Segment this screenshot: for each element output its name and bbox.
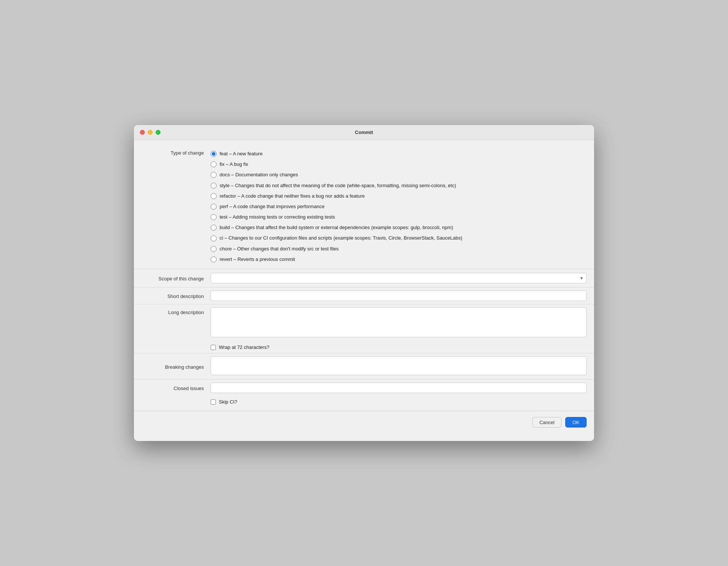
- radio-perf-label: perf – A code change that improves perfo…: [220, 203, 324, 210]
- radio-perf[interactable]: perf – A code change that improves perfo…: [211, 202, 587, 212]
- radio-fix-label: fix – A bug fix: [220, 161, 248, 168]
- closed-issues-control: [211, 383, 587, 393]
- scope-select-wrapper: ▼: [211, 273, 587, 283]
- radio-revert[interactable]: revert – Reverts a previous commit: [211, 255, 587, 264]
- radio-build-label: build – Changes that affect the build sy…: [220, 224, 453, 231]
- short-description-row: Short description: [134, 287, 594, 304]
- radio-test[interactable]: test – Adding missing tests or correctin…: [211, 212, 587, 222]
- short-description-input[interactable]: [211, 290, 587, 301]
- radio-ci-label: ci – Changes to our CI configuration fil…: [220, 235, 462, 241]
- cancel-button[interactable]: Cancel: [532, 417, 562, 427]
- radio-style-label: style – Changes that do not affect the m…: [220, 182, 456, 189]
- radio-build[interactable]: build – Changes that affect the build sy…: [211, 223, 587, 232]
- short-description-control: [211, 290, 587, 301]
- radio-fix-input[interactable]: [211, 161, 217, 167]
- long-description-textarea[interactable]: [211, 307, 587, 337]
- skip-ci-row: Skip CI?: [134, 396, 594, 408]
- skip-ci-label: Skip CI?: [219, 399, 237, 405]
- radio-feat-label: feat – A new feature: [220, 150, 263, 157]
- closed-issues-row: Closed issues: [134, 379, 594, 396]
- dialog-content: Type of change feat – A new feature fix …: [134, 140, 594, 441]
- breaking-changes-textarea[interactable]: [211, 356, 587, 375]
- radio-style[interactable]: style – Changes that do not affect the m…: [211, 181, 587, 191]
- radio-revert-label: revert – Reverts a previous commit: [220, 256, 295, 263]
- skip-ci-checkbox-label[interactable]: Skip CI?: [211, 399, 237, 405]
- radio-build-input[interactable]: [211, 225, 217, 231]
- long-description-control: [211, 307, 587, 338]
- radio-feat-input[interactable]: [211, 151, 217, 157]
- button-row: Cancel OK: [134, 411, 594, 433]
- commit-dialog: Commit Type of change feat – A new featu…: [134, 125, 594, 441]
- breaking-changes-row: Breaking changes: [134, 353, 594, 379]
- scope-label: Scope of this change: [141, 275, 211, 282]
- titlebar: Commit: [134, 125, 594, 140]
- breaking-changes-label: Breaking changes: [141, 363, 211, 370]
- radio-ci-input[interactable]: [211, 235, 217, 241]
- radio-chore-label: chore – Other changes that don't modify …: [220, 246, 339, 252]
- radio-refactor-label: refactor – A code change that neither fi…: [220, 193, 365, 200]
- type-of-change-section: Type of change feat – A new feature fix …: [134, 147, 594, 266]
- long-description-label: Long description: [141, 307, 211, 315]
- breaking-changes-control: [211, 356, 587, 376]
- scope-control: ▼: [211, 273, 587, 283]
- traffic-lights: [140, 130, 160, 135]
- radio-feat[interactable]: feat – A new feature: [211, 149, 587, 159]
- radio-revert-input[interactable]: [211, 256, 217, 262]
- radio-style-input[interactable]: [211, 183, 217, 189]
- radio-docs[interactable]: docs – Documentation only changes: [211, 170, 587, 180]
- radio-docs-label: docs – Documentation only changes: [220, 171, 298, 178]
- scope-select[interactable]: [211, 273, 587, 283]
- radio-fix[interactable]: fix – A bug fix: [211, 159, 587, 169]
- radio-chore[interactable]: chore – Other changes that don't modify …: [211, 244, 587, 254]
- scope-row: Scope of this change ▼: [134, 269, 594, 287]
- radio-test-input[interactable]: [211, 214, 217, 220]
- radio-chore-input[interactable]: [211, 246, 217, 252]
- wrap-row: Wrap at 72 characters?: [134, 341, 594, 353]
- change-type-options: feat – A new feature fix – A bug fix doc…: [211, 149, 587, 264]
- radio-docs-input[interactable]: [211, 172, 217, 178]
- short-description-label: Short description: [141, 292, 211, 299]
- closed-issues-input[interactable]: [211, 383, 587, 393]
- close-button[interactable]: [140, 130, 145, 135]
- radio-perf-input[interactable]: [211, 204, 217, 210]
- window-title: Commit: [355, 130, 373, 135]
- wrap-label: Wrap at 72 characters?: [219, 344, 269, 350]
- closed-issues-label: Closed issues: [141, 384, 211, 391]
- long-description-row: Long description: [134, 304, 594, 341]
- type-of-change-label: Type of change: [141, 149, 211, 156]
- radio-refactor-input[interactable]: [211, 193, 217, 199]
- minimize-button[interactable]: [148, 130, 153, 135]
- radio-group: feat – A new feature fix – A bug fix doc…: [211, 149, 587, 264]
- wrap-checkbox-label[interactable]: Wrap at 72 characters?: [211, 344, 269, 350]
- ok-button[interactable]: OK: [565, 417, 587, 427]
- maximize-button[interactable]: [156, 130, 160, 135]
- radio-test-label: test – Adding missing tests or correctin…: [220, 214, 335, 220]
- radio-refactor[interactable]: refactor – A code change that neither fi…: [211, 191, 587, 201]
- skip-ci-checkbox[interactable]: [211, 399, 216, 405]
- wrap-checkbox[interactable]: [211, 345, 216, 350]
- radio-ci[interactable]: ci – Changes to our CI configuration fil…: [211, 233, 587, 243]
